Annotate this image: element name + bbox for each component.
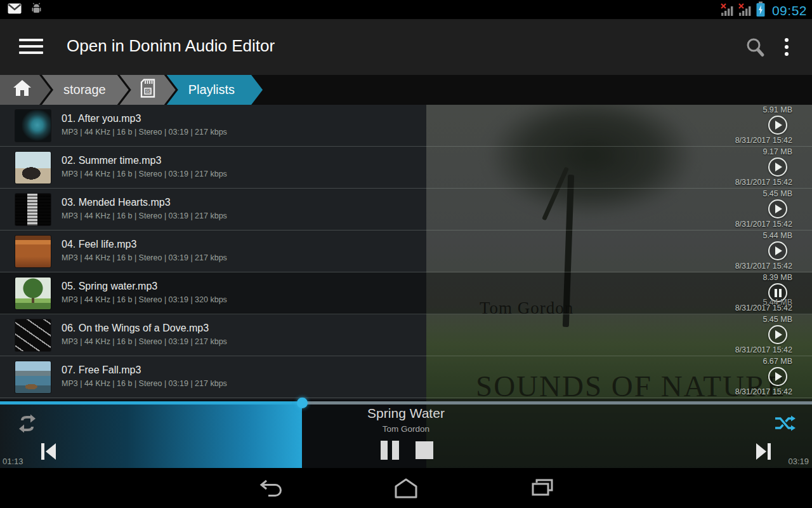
play-button[interactable] xyxy=(768,241,787,260)
file-date: 8/31/2017 15:42 xyxy=(735,387,792,396)
track-details: MP3 | 44 KHz | 16 b | Stereo | 03:19 | 2… xyxy=(62,379,227,388)
track-filename: 01. After you.mp3 xyxy=(62,113,141,124)
breadcrumb-playlists[interactable]: Playlists xyxy=(167,75,263,105)
file-row[interactable]: 01. After you.mp3 MP3 | 44 KHz | 16 b | … xyxy=(0,105,812,147)
no-signal-icon xyxy=(720,2,734,20)
track-details: MP3 | 44 KHz | 16 b | Stereo | 03:19 | 2… xyxy=(62,128,227,137)
file-size: 5.45 MB xyxy=(763,315,792,324)
android-notification-icon xyxy=(30,3,43,17)
status-clock: 09:52 xyxy=(769,3,807,18)
file-row[interactable]: 07. Free Fall.mp3 MP3 | 44 KHz | 16 b | … xyxy=(0,356,812,398)
home-icon xyxy=(13,80,32,100)
breadcrumb-storage-label: storage xyxy=(63,83,106,97)
next-row-file-size: 5.44 MB xyxy=(763,298,792,307)
track-filename: 05. Spring water.mp3 xyxy=(62,281,157,292)
file-date: 8/31/2017 15:42 xyxy=(735,136,792,145)
track-thumbnail xyxy=(15,277,51,309)
track-details: MP3 | 44 KHz | 16 b | Stereo | 03:19 | 2… xyxy=(62,337,227,346)
play-button[interactable] xyxy=(768,199,787,218)
overflow-menu-icon[interactable] xyxy=(780,38,793,60)
track-details: MP3 | 44 KHz | 16 b | Stereo | 03:19 | 2… xyxy=(62,253,227,262)
track-thumbnail xyxy=(15,361,51,393)
track-details: MP3 | 44 KHz | 16 b | Stereo | 03:19 | 3… xyxy=(62,295,227,304)
track-thumbnail xyxy=(15,319,51,351)
seek-slider[interactable] xyxy=(0,401,812,404)
play-button[interactable] xyxy=(768,367,787,386)
status-bar: 09:52 xyxy=(0,0,812,19)
search-icon[interactable] xyxy=(745,37,766,62)
file-size: 5.45 MB xyxy=(763,189,792,198)
track-filename: 02. Summer time.mp3 xyxy=(62,155,161,166)
breadcrumb: storage SD Playlists xyxy=(0,75,812,105)
file-date: 8/31/2017 15:42 xyxy=(735,345,792,354)
file-list: 01. After you.mp3 MP3 | 44 KHz | 16 b | … xyxy=(0,105,812,400)
seek-fill xyxy=(0,401,302,404)
breadcrumb-home[interactable] xyxy=(0,75,51,105)
shuffle-icon[interactable] xyxy=(774,415,796,434)
menu-icon[interactable] xyxy=(19,39,43,55)
file-date: 8/31/2017 15:42 xyxy=(735,262,792,271)
play-button[interactable] xyxy=(768,325,787,344)
now-playing-title: Spring Water xyxy=(0,406,812,421)
app-screen: 09:52 Open in Doninn Audio Editor storag… xyxy=(0,0,812,508)
stop-button[interactable] xyxy=(416,441,433,459)
file-size: 5.91 MB xyxy=(763,105,792,114)
track-thumbnail xyxy=(15,152,51,184)
play-button[interactable] xyxy=(768,116,787,135)
android-nav-bar xyxy=(0,468,812,508)
track-thumbnail xyxy=(15,110,51,142)
track-filename: 06. On the Wings of a Dove.mp3 xyxy=(62,323,209,334)
gmail-notification-icon xyxy=(8,3,22,17)
track-thumbnail xyxy=(15,194,51,225)
play-button[interactable] xyxy=(768,157,787,177)
file-row[interactable]: 03. Mended Hearts.mp3 MP3 | 44 KHz | 16 … xyxy=(0,189,812,231)
page-title: Open in Doninn Audio Editor xyxy=(67,36,275,56)
pause-button[interactable] xyxy=(379,441,400,460)
track-filename: 03. Mended Hearts.mp3 xyxy=(62,197,171,208)
track-thumbnail xyxy=(15,236,51,267)
file-size: 6.67 MB xyxy=(763,357,792,366)
total-time: 03:19 xyxy=(788,457,809,466)
svg-text:SD: SD xyxy=(145,89,151,93)
action-bar: Open in Doninn Audio Editor xyxy=(0,19,812,75)
track-details: MP3 | 44 KHz | 16 b | Stereo | 03:19 | 2… xyxy=(62,211,227,220)
elapsed-time: 01:13 xyxy=(3,457,23,466)
file-row[interactable]: 04. Feel life.mp3 MP3 | 44 KHz | 16 b | … xyxy=(0,231,812,272)
home-button[interactable] xyxy=(392,476,420,500)
track-details: MP3 | 44 KHz | 16 b | Stereo | 03:19 | 2… xyxy=(62,170,227,178)
sdcard-icon: SD xyxy=(140,79,155,101)
file-row[interactable]: 02. Summer time.mp3 MP3 | 44 KHz | 16 b … xyxy=(0,147,812,189)
back-button[interactable] xyxy=(257,476,285,500)
file-row[interactable]: 05. Spring water.mp3 MP3 | 44 KHz | 16 b… xyxy=(0,272,812,314)
track-filename: 07. Free Fall.mp3 xyxy=(62,364,141,376)
no-signal-icon xyxy=(738,2,752,20)
breadcrumb-playlists-label: Playlists xyxy=(188,83,235,97)
skip-next-button[interactable] xyxy=(755,442,773,464)
file-row[interactable]: 06. On the Wings of a Dove.mp3 MP3 | 44 … xyxy=(0,314,812,356)
file-size: 9.17 MB xyxy=(763,147,792,156)
file-date: 8/31/2017 15:42 xyxy=(735,178,792,187)
file-date: 8/31/2017 15:42 xyxy=(735,220,792,229)
file-size: 8.39 MB xyxy=(763,273,792,282)
recents-button[interactable] xyxy=(528,476,556,500)
file-size: 5.44 MB xyxy=(763,231,792,240)
breadcrumb-storage[interactable]: storage xyxy=(42,75,129,105)
track-filename: 04. Feel life.mp3 xyxy=(62,239,136,250)
player-bar: Spring Water Tom Gordon 01:13 03:19 xyxy=(0,399,812,468)
battery-charging-icon xyxy=(756,1,766,20)
now-playing-artist: Tom Gordon xyxy=(0,424,812,434)
